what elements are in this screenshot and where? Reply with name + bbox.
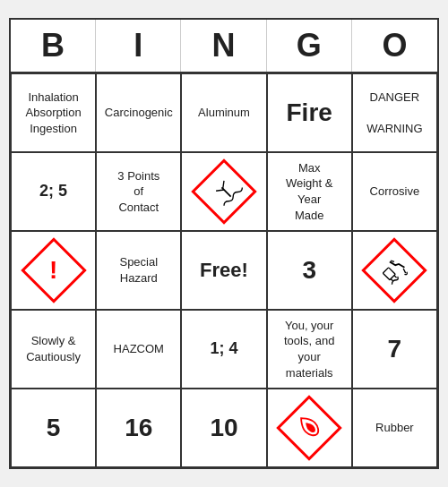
cell-r0c3: Fire	[267, 73, 352, 152]
cell-text-r1c4: Corrosive	[370, 184, 420, 200]
cell-text-free-r2c2: Free!	[200, 258, 248, 284]
cell-text-r1c1: 3 Points of Contact	[117, 168, 159, 216]
cell-r2c1: Special Hazard	[96, 231, 181, 310]
cell-r3c1: HAZCOM	[96, 310, 181, 389]
cell-r2c4	[352, 231, 437, 310]
cell-r3c4: 7	[352, 310, 437, 389]
diamond-exclaim-icon: !	[26, 243, 82, 298]
cell-text-r3c3: You, your tools, and your materials	[284, 318, 334, 380]
cell-text-r0c0: Inhalation Absorption Ingestion	[26, 90, 82, 137]
cell-r3c2: 1; 4	[181, 310, 266, 389]
cell-text-large-r4c1: 16	[125, 412, 152, 444]
svg-line-0	[221, 187, 230, 196]
cell-r2c3: 3	[267, 231, 352, 310]
header-letter-g: G	[267, 20, 352, 72]
cell-text-r0c4: DANGER WARNING	[366, 90, 422, 137]
cell-r0c1: Carcinogenic	[96, 73, 181, 152]
cell-text-r0c2: Aluminum	[198, 105, 250, 121]
svg-rect-3	[383, 268, 396, 280]
svg-line-2	[220, 181, 228, 189]
cell-text-large-r3c4: 7	[388, 333, 402, 365]
header-letter-n: N	[181, 20, 266, 72]
cell-r4c1: 16	[96, 389, 181, 467]
cell-r4c4: Rubber	[352, 389, 437, 467]
cell-r1c4: Corrosive	[352, 152, 437, 231]
cell-r0c0: Inhalation Absorption Ingestion	[11, 73, 96, 152]
cell-r2c2: Free!	[181, 231, 266, 310]
cell-r2c0: !	[11, 231, 96, 310]
cell-text-large-r2c3: 3	[302, 254, 316, 286]
cell-r1c3: Max Weight & Year Made	[267, 152, 352, 231]
header-letter-o: O	[352, 20, 437, 72]
cell-text-medium-r1c0: 2; 5	[39, 181, 67, 201]
cell-text-r3c1: HAZCOM	[114, 341, 164, 357]
cell-text-large-r4c2: 10	[210, 412, 237, 444]
svg-line-5	[394, 276, 397, 278]
cell-r0c2: Aluminum	[181, 73, 266, 152]
header-letter-b: B	[11, 20, 96, 72]
cell-text-r0c1: Carcinogenic	[105, 105, 173, 121]
cell-r1c0: 2; 5	[11, 152, 96, 231]
cell-r0c4: DANGER WARNING	[352, 73, 437, 152]
cell-text-r3c0: Slowly & Cautiously	[26, 333, 81, 364]
cell-r3c0: Slowly & Cautiously	[11, 310, 96, 389]
cell-text-r1c3: Max Weight & Year Made	[286, 160, 333, 223]
cell-text-r2c1: Special Hazard	[119, 254, 158, 286]
cell-r1c1: 3 Points of Contact	[96, 152, 181, 231]
diamond-env-icon	[196, 164, 252, 219]
cell-text-large-r4c0: 5	[47, 412, 61, 444]
cell-r1c2	[181, 152, 266, 231]
bingo-header: BINGO	[11, 20, 437, 73]
bingo-grid: Inhalation Absorption IngestionCarcinoge…	[11, 73, 437, 467]
diamond-corrosive-icon	[366, 243, 422, 298]
cell-r4c2: 10	[181, 389, 266, 467]
cell-r3c3: You, your tools, and your materials	[267, 310, 352, 389]
cell-text-medium-r3c2: 1; 4	[210, 338, 237, 359]
header-letter-i: I	[96, 20, 181, 72]
bingo-card: BINGO Inhalation Absorption IngestionCar…	[9, 18, 439, 469]
cell-text-r4c4: Rubber	[375, 420, 414, 436]
cell-r4c3	[267, 389, 352, 467]
cell-r4c0: 5	[11, 389, 96, 467]
cell-text-large-r0c3: Fire	[287, 97, 332, 129]
diamond-flammable-icon	[281, 400, 337, 456]
